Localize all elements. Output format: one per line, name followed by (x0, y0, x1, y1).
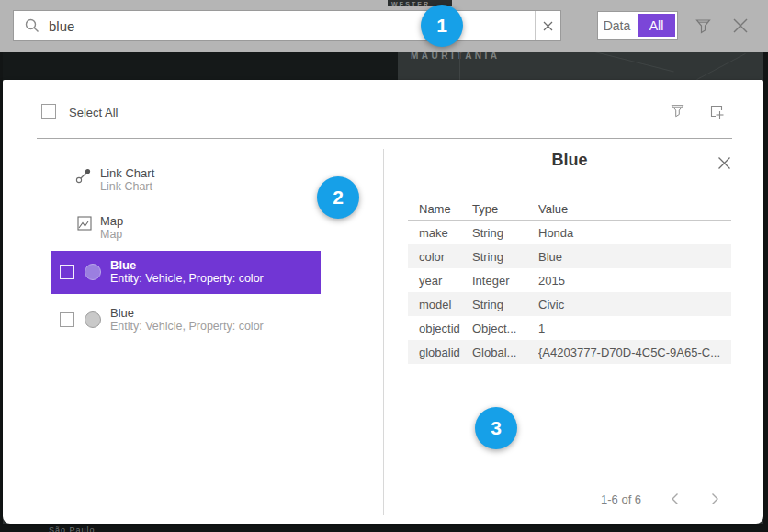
next-page-icon[interactable] (711, 492, 719, 505)
result-item-map[interactable]: Map Map (3, 210, 383, 247)
callout-badge-3: 3 (475, 407, 517, 449)
callout-badge-1: 1 (421, 5, 463, 47)
result-subtitle: Link Chart (100, 180, 154, 194)
map-ocean-region (0, 52, 398, 80)
result-item-blue[interactable]: Blue Entity: Vehicle, Property: color (3, 299, 383, 342)
table-row: make String Honda (408, 221, 731, 244)
result-title: Link Chart (100, 166, 154, 180)
result-checkbox[interactable] (60, 265, 74, 279)
scope-data-button[interactable]: Data (598, 12, 636, 39)
attribute-table-header: Name Type Value (408, 198, 731, 221)
add-to-selection-icon[interactable] (708, 103, 725, 119)
map-border-line (459, 52, 460, 80)
column-value: Value (538, 202, 731, 216)
table-row: model String Civic (408, 292, 731, 316)
pagination-label: 1-6 of 6 (601, 492, 641, 506)
map-icon (76, 215, 93, 232)
result-title: Blue (110, 258, 264, 272)
map-border-line (589, 51, 673, 73)
select-all-checkbox[interactable] (41, 104, 56, 119)
column-type: Type (472, 202, 538, 216)
search-box[interactable] (13, 10, 561, 41)
clear-x-icon (543, 21, 553, 31)
screenshot-stage: MAURITANIA São Paulo WESTER Data All 1 (0, 0, 768, 532)
link-chart-icon (74, 166, 93, 185)
entity-circle-icon (85, 264, 101, 280)
result-checkbox[interactable] (60, 312, 74, 327)
detail-panel: Blue Name Type Value make String Honda (384, 149, 763, 515)
callout-badge-2: 2 (317, 176, 359, 219)
table-row: color String Blue (408, 244, 731, 268)
table-row: globalid Global... {A4203777-D70D-4C5C-9… (408, 340, 731, 364)
table-row: year Integer 2015 (408, 268, 731, 292)
detail-title: Blue (408, 151, 731, 170)
results-filter-icon[interactable] (670, 103, 685, 119)
search-scope-toggle: Data All (597, 11, 678, 40)
search-clear-button[interactable] (535, 11, 560, 40)
result-title: Blue (110, 306, 264, 320)
scope-all-button[interactable]: All (638, 14, 675, 37)
select-all-label: Select All (69, 106, 118, 119)
panel-header-divider (37, 138, 732, 139)
map-border-line (696, 53, 745, 80)
toolbar-divider (728, 7, 728, 44)
search-close-icon[interactable] (731, 17, 750, 35)
column-name: Name (408, 202, 472, 216)
map-edge-bottom (0, 524, 768, 532)
result-subtitle: Map (100, 228, 123, 242)
detail-close-icon[interactable] (717, 156, 731, 170)
search-icon (14, 11, 49, 40)
map-label-city: São Paulo (49, 526, 96, 532)
map-edge-right (763, 52, 768, 532)
result-subtitle: Entity: Vehicle, Property: color (110, 320, 264, 334)
table-row: objectid Object... 1 (408, 316, 731, 340)
pagination: 1-6 of 6 (384, 491, 763, 509)
result-title: Map (100, 214, 123, 228)
attribute-table: Name Type Value make String Honda color … (408, 198, 731, 364)
search-results-panel: Select All Link Chart Link Chart Map (3, 80, 763, 524)
result-subtitle: Entity: Vehicle, Property: color (110, 272, 264, 286)
previous-page-icon[interactable] (671, 492, 679, 505)
entity-circle-icon (85, 311, 101, 328)
result-item-blue-selected[interactable]: Blue Entity: Vehicle, Property: color (3, 251, 383, 294)
search-toolbar: Data All (0, 0, 768, 52)
filter-icon[interactable] (695, 17, 712, 35)
